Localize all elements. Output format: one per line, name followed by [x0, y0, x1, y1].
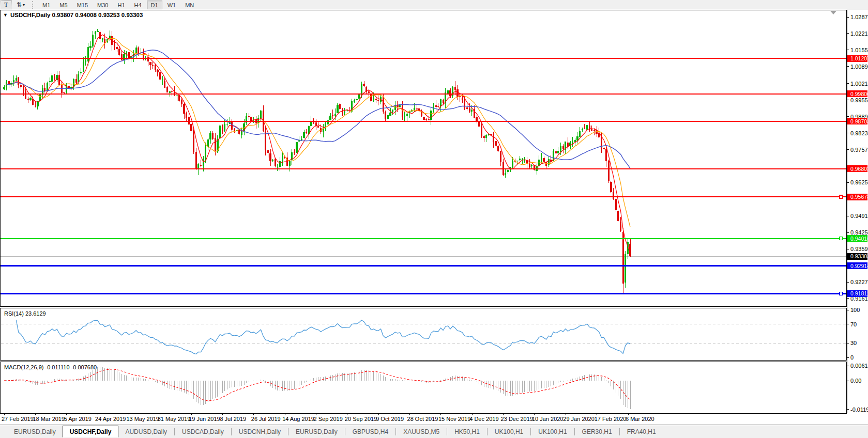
- rsi-panel: [1, 308, 847, 361]
- chart-tab-eurusd-daily-0[interactable]: EURUSD,Daily: [7, 427, 63, 437]
- price-tick-label: 1.00210: [850, 81, 868, 87]
- axis-label-0.99800-text: 0.99800: [850, 91, 868, 97]
- tab-divider: [619, 428, 620, 435]
- chart-tab-hk50-h1-8[interactable]: HK50,H1: [448, 427, 486, 437]
- chart-tab-usdcnh-daily-4[interactable]: USDCNH,Daily: [232, 427, 287, 437]
- chart-tab-uk100-h1-10[interactable]: UK100,H1: [531, 427, 573, 437]
- price-tick-label: 0.97570: [850, 147, 868, 153]
- rsi-label: RSI(14) 23.6129: [4, 310, 46, 317]
- chart-tab-gbpusd-h4-6[interactable]: GBPUSD,H4: [346, 427, 395, 437]
- date-label: 4 Dec 2019: [469, 416, 498, 422]
- price-tick-label: 0.96250: [850, 179, 868, 185]
- chart-tab-fra40-h1-12[interactable]: FRA40,H1: [620, 427, 663, 437]
- chart-tab-eurusd-daily-5[interactable]: EURUSD,Daily: [289, 427, 344, 437]
- timeframe-button-m5[interactable]: M5: [55, 1, 71, 9]
- date-label: 10 Jan 2020: [532, 416, 564, 422]
- chart-tab-bar: EURUSD,DailyUSDCHF,DailyAUDUSD,DailyUSDC…: [0, 425, 868, 438]
- axis-label-0.98703-text: 0.98703: [850, 118, 868, 124]
- date-label: 19 Jun 2019: [189, 416, 220, 422]
- tab-divider: [174, 428, 175, 435]
- date-label: 23 Dec 2019: [501, 416, 533, 422]
- timeframe-button-h4[interactable]: H4: [130, 1, 146, 9]
- chart-tab-uk100-h1-9[interactable]: UK100,H1: [488, 427, 530, 437]
- date-label: 18 Mar 2019: [33, 416, 65, 422]
- axis-label-0.96803-text: 0.96803: [850, 166, 868, 172]
- tab-divider: [487, 428, 488, 435]
- price-tick-label: 1.01550: [850, 47, 868, 53]
- hline-handle-0.95678[interactable]: [840, 195, 843, 198]
- date-label: 17 Feb 2020: [595, 416, 627, 422]
- price-tick-label: 0.94250: [850, 229, 868, 236]
- current-price-label-text: 0.93303: [850, 253, 868, 259]
- macd-axis-label: -0.011934: [850, 406, 868, 413]
- line-style-tool-button[interactable]: ⇅ ▾: [13, 1, 28, 9]
- rsi-axis-label: 70: [850, 321, 857, 327]
- tab-divider: [288, 428, 288, 435]
- chart-tab-usdchf-daily-1[interactable]: USDCHF,Daily: [63, 426, 119, 437]
- mt4-window: T ⇅ ▾ M1M5M15M30H1H4D1W1MN ▼USDCHF,Daily…: [0, 0, 868, 438]
- collapse-arrow-icon[interactable]: ▼: [3, 12, 8, 18]
- axis-label-0.95678-text: 0.95678: [850, 194, 868, 200]
- chart-tab-xauusd-m5-7[interactable]: XAUUSD,M5: [397, 427, 446, 437]
- timeframe-button-w1[interactable]: W1: [163, 1, 180, 9]
- date-label: 31 May 2019: [158, 416, 191, 422]
- hline-handle-0.91811[interactable]: [840, 292, 843, 295]
- date-label: 8 Jul 2019: [220, 416, 246, 422]
- chart-tab-ger30-h1-11[interactable]: GER30,H1: [575, 427, 619, 437]
- line-style-icon: ⇅: [17, 1, 22, 9]
- axis-label-0.91811-text: 0.91811: [850, 290, 868, 296]
- axis-label-1.01207-text: 1.01207: [850, 55, 868, 61]
- macd-axis-label: 0.006186: [850, 363, 868, 369]
- price-tick-label: 0.99550: [850, 97, 868, 103]
- price-tick-label: 0.93590: [850, 246, 868, 252]
- date-label: 27 Feb 2019: [2, 416, 34, 422]
- symbol-ohlc-title: USDCHF,Daily 0.93807 0.94008 0.93253 0.9…: [10, 12, 143, 18]
- rsi-axis-label: 30: [850, 340, 857, 346]
- price-tick-label: 1.02870: [850, 14, 868, 20]
- date-label: 15 Nov 2019: [438, 416, 470, 422]
- price-tick-label: 1.00890: [850, 64, 868, 70]
- timeframe-group: M1M5M15M30H1H4D1W1MN: [38, 1, 199, 9]
- chart-tab-audusd-daily-2[interactable]: AUDUSD,Daily: [118, 427, 174, 437]
- toolbar-grip[interactable]: [32, 1, 36, 9]
- hline-handle-0.94016[interactable]: [840, 237, 843, 240]
- date-label: 28 Oct 2019: [407, 416, 438, 422]
- macd-panel: [1, 362, 847, 414]
- date-label: 2 Sep 2019: [314, 416, 343, 422]
- date-label: 24 Apr 2019: [95, 416, 126, 422]
- chart-canvas[interactable]: ▼USDCHF,Daily 0.93807 0.94008 0.93253 0.…: [0, 10, 868, 425]
- price-tick-label: 1.02210: [850, 30, 868, 37]
- price-tick-label: 0.94910: [850, 213, 868, 219]
- tab-divider: [530, 428, 531, 435]
- chevron-down-icon: ▾: [23, 3, 25, 7]
- rsi-axis-label: 0: [850, 354, 854, 361]
- date-label: 26 Jul 2019: [251, 416, 281, 422]
- date-label: 5 Apr 2019: [64, 416, 92, 422]
- timeframe-button-d1[interactable]: D1: [147, 1, 162, 9]
- date-label: 13 May 2019: [126, 416, 159, 422]
- timeframe-button-m30[interactable]: M30: [93, 1, 112, 9]
- axis-label-0.92914-text: 0.92914: [850, 263, 868, 269]
- tab-divider: [395, 428, 396, 435]
- date-label: 20 Sep 2019: [345, 416, 377, 422]
- axis-label-0.94016-text: 0.94016: [850, 236, 868, 242]
- timeframe-button-m1[interactable]: M1: [38, 1, 54, 9]
- chart-title: ▼USDCHF,Daily 0.93807 0.94008 0.93253 0.…: [3, 12, 143, 18]
- date-label: 6 Mar 2020: [626, 416, 654, 422]
- tab-divider: [345, 428, 345, 435]
- price-tick-label: 0.92270: [850, 279, 868, 285]
- date-axis[interactable]: 27 Feb 201918 Mar 20195 Apr 201924 Apr 2…: [2, 413, 654, 422]
- date-label: 29 Jan 2020: [563, 416, 595, 422]
- rsi-axis-label: 100: [850, 307, 860, 313]
- price-tick-label: 0.98230: [850, 130, 868, 136]
- date-label: 14 Aug 2019: [282, 416, 314, 422]
- tab-divider: [231, 428, 232, 435]
- timeframe-button-mn[interactable]: MN: [181, 1, 198, 9]
- text-tool-button[interactable]: T: [1, 1, 12, 9]
- tab-divider: [447, 428, 447, 435]
- tab-divider: [574, 428, 575, 435]
- timeframe-button-h1[interactable]: H1: [113, 1, 129, 9]
- timeframe-button-m15[interactable]: M15: [73, 1, 92, 9]
- chart-tab-usdcad-daily-3[interactable]: USDCAD,Daily: [175, 427, 231, 437]
- date-label: 9 Oct 2019: [376, 416, 404, 422]
